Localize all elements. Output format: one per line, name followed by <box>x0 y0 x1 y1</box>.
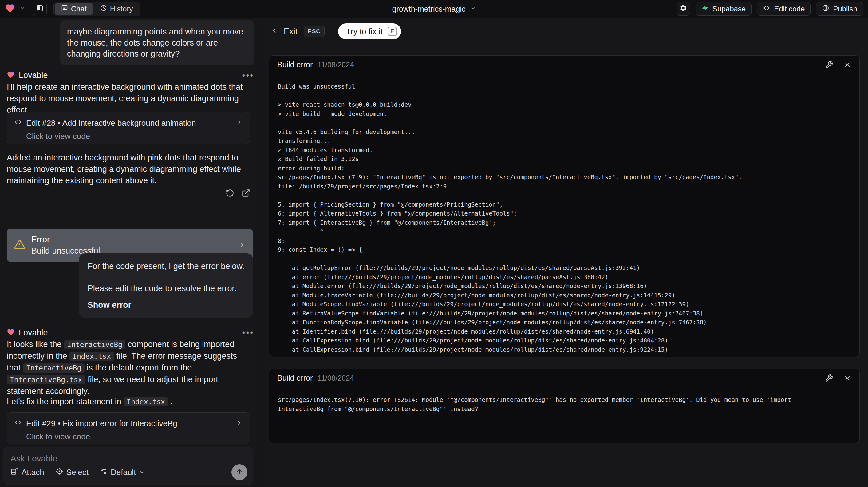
warning-triangle-icon <box>14 239 25 251</box>
app-header: Chat History growth-metrics-magic S <box>0 0 868 18</box>
build-error-log[interactable]: Build was unsuccessful > vite_react_shad… <box>269 74 859 357</box>
assistant-name: Lovable <box>19 328 48 338</box>
tab-chat-label: Chat <box>71 5 87 13</box>
assistant-message: Added an interactive background with pin… <box>7 152 252 186</box>
assistant-message: Let's fix the import statement in Index.… <box>7 396 252 408</box>
edit-code-label: Edit code <box>774 5 805 13</box>
edit-card-subtitle: Click to view code <box>26 432 243 442</box>
build-error-header: Build error 11/08/2024 <box>269 56 859 74</box>
select-target-icon <box>55 467 63 478</box>
back-chevron-icon[interactable] <box>271 27 278 36</box>
panel-left-icon <box>36 5 43 13</box>
supabase-button[interactable]: Supabase <box>695 2 751 16</box>
message-menu-ellipsis-icon[interactable]: ••• <box>242 328 254 338</box>
supabase-label: Supabase <box>712 5 746 13</box>
build-error-title: Build error <box>277 60 313 69</box>
edit-card-28[interactable]: Edit #28 • Add interactive background an… <box>7 112 250 144</box>
attach-button[interactable]: Attach <box>10 467 44 478</box>
chat-panel: maybe diagramming points and when you mo… <box>0 18 258 487</box>
publish-label: Publish <box>833 5 857 13</box>
tab-chat[interactable]: Chat <box>55 3 93 15</box>
message-menu-ellipsis-icon[interactable]: ••• <box>242 70 254 80</box>
chevron-right-icon <box>238 241 246 250</box>
chevron-right-icon <box>236 419 243 428</box>
fix-key-badge: F <box>388 27 397 36</box>
tab-history-label: History <box>110 5 133 13</box>
assistant-message: I'll help create an interactive backgrou… <box>7 82 252 116</box>
edit-card-29[interactable]: Edit #29 • Fix import error for Interact… <box>7 412 250 444</box>
project-selector[interactable]: growth-metrics-magic <box>392 0 476 18</box>
chat-history-tab-group: Chat History <box>54 2 141 16</box>
edit-code-button[interactable]: Edit code <box>757 2 810 16</box>
show-error-label[interactable]: Show error <box>88 300 244 310</box>
send-arrow-up-icon <box>236 468 243 477</box>
restore-icon[interactable] <box>226 189 234 197</box>
build-error-panel-2: Build error 11/08/2024 src/pages/Index.t… <box>269 369 860 443</box>
attach-label: Attach <box>22 468 44 477</box>
user-message-body: For the code present, I get the error be… <box>88 261 244 294</box>
gear-icon <box>679 4 687 14</box>
edit-card-title: Edit #29 • Fix import error for Interact… <box>26 419 177 428</box>
build-error-header: Build error 11/08/2024 <box>269 369 859 387</box>
code-brackets-icon <box>14 419 22 428</box>
tab-history[interactable]: History <box>94 3 139 15</box>
settings-button[interactable] <box>677 2 690 16</box>
build-error-title: Build error <box>277 373 313 383</box>
select-button[interactable]: Select <box>55 467 89 478</box>
assistant-message-header: Lovable ••• <box>7 70 254 80</box>
assistant-message: It looks like the InteractiveBg componen… <box>7 339 252 397</box>
chevron-down-icon <box>139 468 145 477</box>
message-actions <box>226 189 250 197</box>
supabase-icon <box>702 4 709 13</box>
assistant-message-header: Lovable ••• <box>7 328 254 338</box>
external-link-icon[interactable] <box>242 189 250 197</box>
user-message: For the code present, I get the error be… <box>79 253 253 318</box>
workspace-chevron-down-icon[interactable] <box>20 5 25 12</box>
code-brackets-icon <box>763 4 770 13</box>
code-brackets-icon <box>14 118 22 128</box>
chevron-right-icon <box>236 118 243 128</box>
exit-button[interactable]: Exit <box>284 27 298 36</box>
build-error-log[interactable]: src/pages/Index.tsx(7,10): error TS2614:… <box>269 387 859 422</box>
project-name: growth-metrics-magic <box>392 5 466 13</box>
build-error-panel-1: Build error 11/08/2024 Build was unsucce… <box>269 55 860 357</box>
send-button[interactable] <box>231 464 247 480</box>
close-icon[interactable] <box>843 61 851 69</box>
mode-selector[interactable]: Default <box>100 467 145 478</box>
wrench-icon[interactable] <box>825 374 833 382</box>
lovable-heart-icon[interactable] <box>5 3 16 15</box>
history-clock-icon <box>100 5 107 13</box>
sidebar-toggle-button[interactable] <box>33 2 47 16</box>
chat-bubble-icon <box>61 5 68 13</box>
chat-input-placeholder: Ask Lovable... <box>10 454 65 464</box>
wrench-icon[interactable] <box>825 61 833 69</box>
build-error-date: 11/08/2024 <box>317 61 354 69</box>
publish-button[interactable]: Publish <box>816 2 863 16</box>
edit-card-subtitle: Click to view code <box>26 131 243 141</box>
project-chevron-down-icon <box>470 5 476 12</box>
close-icon[interactable] <box>843 374 851 382</box>
mode-label: Default <box>111 468 136 477</box>
error-card-title: Error <box>31 235 100 244</box>
build-error-date: 11/08/2024 <box>317 374 354 383</box>
lovable-heart-icon <box>7 328 15 337</box>
try-to-fix-label: Try to fix it <box>346 27 383 36</box>
user-message: maybe diagramming points and when you mo… <box>60 20 254 65</box>
try-to-fix-button[interactable]: Try to fix it F <box>338 23 401 39</box>
globe-icon <box>822 4 829 13</box>
edit-card-title: Edit #28 • Add interactive background an… <box>26 118 196 128</box>
attach-image-icon <box>10 467 19 478</box>
assistant-name: Lovable <box>19 71 48 80</box>
chat-input[interactable]: Ask Lovable... Attach Select Default <box>3 447 253 485</box>
select-label: Select <box>66 468 89 477</box>
lovable-heart-icon <box>7 71 15 80</box>
sliders-icon <box>100 467 107 478</box>
error-overlay: Exit ESC Try to fix it F Build error 11/… <box>259 18 868 487</box>
esc-key-badge: ESC <box>304 26 324 37</box>
